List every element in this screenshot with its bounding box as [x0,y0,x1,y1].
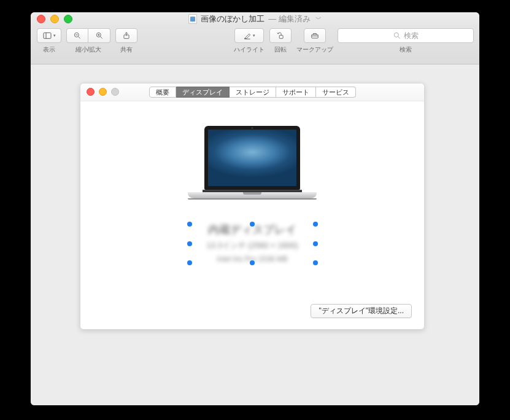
view-button[interactable]: ▾ [37,28,61,43]
traffic-lights [37,15,72,23]
macbook-screen [204,126,300,190]
resize-handle-sw[interactable] [187,260,192,265]
camera-icon [252,127,253,129]
search-group: 検索 検索 [338,28,473,54]
resize-handle-w[interactable] [187,241,192,246]
rotate-button[interactable] [269,28,292,43]
svg-point-15 [394,33,398,37]
highlight-button[interactable]: ▾ [234,28,264,43]
canvas[interactable]: 概要 ディスプレイ ストレージ サポート サービス [31,64,479,405]
toolbox-icon [311,31,319,40]
about-this-mac-window: 概要 ディスプレイ ストレージ サポート サービス [80,83,425,330]
resize-handle-se[interactable] [313,260,318,265]
highlight-icon [243,31,252,40]
inner-body: 内蔵ディスプレイ 13.3インチ (2560 × 1600) Intel Iri… [80,101,424,329]
zoom-label: 縮小/拡大 [75,45,102,54]
close-button[interactable] [37,15,45,23]
resize-handle-nw[interactable] [187,222,192,227]
view-label: 表示 [43,45,55,54]
search-label: 検索 [400,45,412,54]
rotate-icon [276,31,285,40]
rotate-group: 回転 [269,28,292,54]
markup-group: マークアップ [296,28,333,54]
edited-indicator: — 編集済み [268,14,311,25]
rotate-label: 回転 [274,45,287,54]
zoom-button[interactable] [64,15,72,23]
blurred-text: 内蔵ディスプレイ 13.3インチ (2560 × 1600) Intel Iri… [190,224,315,263]
tab-storage[interactable]: ストレージ [230,87,276,98]
blur-selection[interactable]: 内蔵ディスプレイ 13.3インチ (2560 × 1600) Intel Iri… [190,224,315,263]
highlight-label: ハイライト [234,45,265,54]
tab-displays[interactable]: ディスプレイ [176,87,230,98]
zoom-out-icon [73,31,82,40]
inner-close-button[interactable] [87,88,95,96]
markup-button[interactable] [304,28,326,43]
chevron-down-icon: ▾ [253,33,255,38]
macbook-base [188,192,317,198]
title-text: 画像のぼかし加工 [201,14,265,25]
title-chevron-icon[interactable]: ﹀ [315,15,322,23]
macbook-illustration [197,126,307,200]
titlebar: 画像のぼかし加工 — 編集済み ﹀ [31,12,479,26]
toolbar: ▾ 表示 縮小/拡大 [31,26,479,64]
minimize-button[interactable] [50,15,59,23]
resize-handle-e[interactable] [313,241,318,246]
tab-service[interactable]: サービス [316,87,356,98]
zoom-in-icon [95,31,104,40]
search-icon [393,31,401,40]
resize-handle-n[interactable] [250,222,255,227]
markup-label: マークアップ [296,45,333,54]
highlight-group: ▾ ハイライト [234,28,265,54]
svg-rect-12 [279,35,283,38]
search-placeholder: 検索 [404,31,419,41]
svg-line-16 [398,37,400,39]
window-title: 画像のぼかし加工 — 編集済み ﹀ [188,14,322,25]
search-input[interactable]: 検索 [338,28,474,43]
share-icon [122,31,131,40]
svg-line-6 [100,37,102,39]
inner-minimize-button[interactable] [99,88,107,96]
inner-traffic-lights [87,88,119,96]
preview-window: 画像のぼかし加工 — 編集済み ﹀ ▾ 表示 [31,12,479,405]
zoom-group: 縮小/拡大 [66,28,110,54]
zoom-out-button[interactable] [66,28,88,43]
document-icon [188,14,197,24]
svg-rect-0 [44,33,51,38]
tab-overview[interactable]: 概要 [149,87,176,98]
share-button[interactable] [115,28,137,43]
displays-preferences-button[interactable]: "ディスプレイ"環境設定... [311,304,412,318]
view-group: ▾ 表示 [37,28,61,54]
svg-line-3 [79,37,80,39]
tab-support[interactable]: サポート [276,87,316,98]
share-label: 共有 [120,45,133,54]
resize-handle-s[interactable] [250,260,255,265]
tab-bar: 概要 ディスプレイ ストレージ サポート サービス [149,87,356,98]
inner-titlebar: 概要 ディスプレイ ストレージ サポート サービス [80,84,424,101]
zoom-in-button[interactable] [88,28,110,43]
sidebar-icon [42,31,52,41]
share-group: 共有 [115,28,137,54]
resize-handle-ne[interactable] [313,222,318,227]
svg-rect-13 [312,34,319,38]
chevron-down-icon: ▾ [53,33,56,38]
inner-zoom-button [111,88,119,96]
